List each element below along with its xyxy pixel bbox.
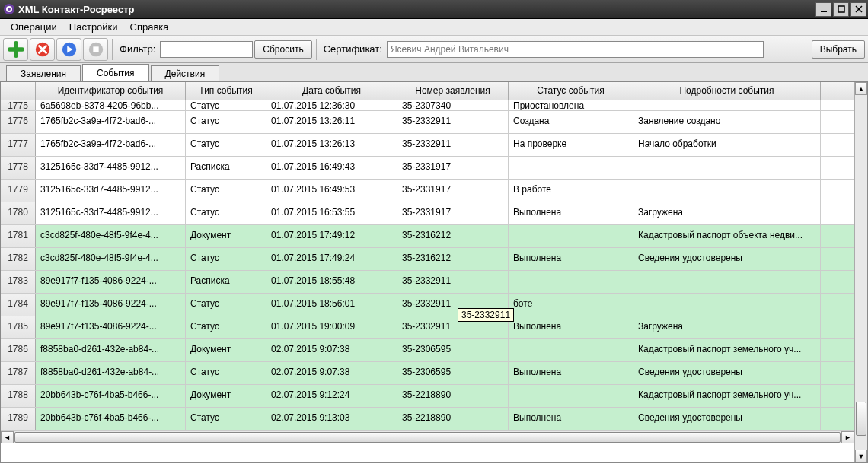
- cell-type: Статус: [186, 180, 266, 202]
- cell-id: f8858ba0-d261-432e-ab84-...: [36, 339, 186, 361]
- cell-type: Статус: [186, 362, 266, 384]
- toolbar-divider: [112, 39, 113, 60]
- tab-events[interactable]: События: [82, 64, 149, 81]
- hscroll-left-icon[interactable]: ◄: [1, 431, 14, 443]
- cell-rownum: 1782: [1, 248, 36, 270]
- stop-button[interactable]: [83, 38, 108, 61]
- table-row[interactable]: 178489e917f7-f135-4086-9224-...Статус01.…: [1, 294, 854, 316]
- cell-id: 20bb643b-c76f-4ba5-b466-...: [36, 385, 186, 407]
- col-header-status[interactable]: Статус события: [509, 82, 633, 100]
- cell-status: [509, 271, 633, 293]
- col-header-detail[interactable]: Подробности события: [633, 82, 821, 100]
- cell-rownum: 1781: [1, 225, 36, 247]
- table-row[interactable]: 1781c3cd825f-480e-48f5-9f4e-4...Документ…: [1, 225, 854, 248]
- cell-appno: 35-2331917: [397, 202, 509, 224]
- horizontal-scrollbar[interactable]: ◄ ►: [1, 431, 854, 443]
- cell-detail: [633, 157, 821, 179]
- menu-operations[interactable]: Операции: [5, 20, 63, 34]
- delete-button[interactable]: [30, 38, 55, 61]
- cell-date: 01.07.2015 16:53:55: [266, 202, 397, 224]
- cell-appno: 35-2332911: [397, 111, 509, 133]
- cell-rownum: 1783: [1, 271, 36, 293]
- menu-help[interactable]: Справка: [124, 20, 175, 34]
- table-row[interactable]: 17783125165c-33d7-4485-9912...Расписка01…: [1, 157, 854, 180]
- table-row[interactable]: 178820bb643b-c76f-4ba5-b466-...Документ0…: [1, 385, 854, 408]
- vscroll-up-icon[interactable]: ▲: [855, 82, 867, 95]
- reset-button[interactable]: Сбросить: [254, 40, 311, 59]
- table-row[interactable]: 17793125165c-33d7-4485-9912...Статус01.0…: [1, 180, 854, 202]
- svg-rect-4: [838, 6, 844, 12]
- col-header-type[interactable]: Тип события: [186, 82, 266, 100]
- hscroll-thumb[interactable]: [14, 432, 841, 443]
- col-header-rownum[interactable]: [1, 82, 36, 100]
- choose-button[interactable]: Выбрать: [812, 40, 865, 59]
- filter-label: Фильтр:: [120, 43, 155, 55]
- cell-status: На проверке: [509, 134, 633, 156]
- cell-appno: 35-2218890: [397, 385, 509, 407]
- cell-status: Выполнена: [509, 408, 633, 430]
- events-grid: Идентификатор события Тип события Дата с…: [0, 81, 868, 463]
- cell-detail: Сведения удостоверены: [633, 408, 821, 430]
- col-header-id[interactable]: Идентификатор события: [36, 82, 186, 100]
- svg-rect-3: [821, 11, 827, 12]
- vscroll-down-icon[interactable]: ▼: [855, 450, 867, 462]
- cell-status: [509, 225, 633, 247]
- cell-appno: 35-2331917: [397, 180, 509, 202]
- tabstrip: Заявления События Действия: [0, 63, 868, 81]
- cell-appno: 35-2316212: [397, 225, 509, 247]
- filter-input[interactable]: [160, 41, 253, 58]
- cell-status: Выполнена: [509, 202, 633, 224]
- hscroll-right-icon[interactable]: ►: [841, 431, 854, 443]
- table-row[interactable]: 1787f8858ba0-d261-432e-ab84-...Статус02.…: [1, 362, 854, 385]
- cell-appno: 35-2332911: [397, 271, 509, 293]
- cell-id: 1765fb2c-3a9a-4f72-bad6-...: [36, 111, 186, 133]
- cell-date: 02.07.2015 9:07:38: [266, 362, 397, 384]
- table-row[interactable]: 17803125165c-33d7-4485-9912...Статус01.0…: [1, 202, 854, 225]
- cell-appno: 35-2307340: [397, 100, 509, 110]
- table-row[interactable]: 17756a5698eb-8378-4205-96bb...Статус01.0…: [1, 100, 854, 111]
- col-header-date[interactable]: Дата события: [266, 82, 397, 100]
- cell-rownum: 1779: [1, 180, 36, 202]
- table-row[interactable]: 17771765fb2c-3a9a-4f72-bad6-...Статус01.…: [1, 134, 854, 157]
- cell-status: [509, 157, 633, 179]
- table-row[interactable]: 178589e917f7-f135-4086-9224-...Статус01.…: [1, 316, 854, 339]
- table-row[interactable]: 17761765fb2c-3a9a-4f72-bad6-...Статус01.…: [1, 111, 854, 134]
- cell-detail: Загружена: [633, 316, 821, 338]
- cell-date: 02.07.2015 9:07:38: [266, 339, 397, 361]
- menu-settings[interactable]: Настройки: [63, 20, 124, 34]
- tab-applications[interactable]: Заявления: [6, 65, 81, 81]
- minimize-button[interactable]: [815, 2, 831, 17]
- tab-actions[interactable]: Действия: [151, 65, 220, 81]
- table-row[interactable]: 178920bb643b-c76f-4ba5-b466-...Статус02.…: [1, 408, 854, 431]
- cell-type: Статус: [186, 111, 266, 133]
- cert-input[interactable]: [387, 41, 764, 58]
- cell-detail: [633, 271, 821, 293]
- titlebar: XML Контакт-Росреестр: [0, 0, 868, 19]
- cell-id: 20bb643b-c76f-4ba5-b466-...: [36, 408, 186, 430]
- cell-status: Приостановлена: [509, 100, 633, 110]
- cell-id: f8858ba0-d261-432e-ab84-...: [36, 362, 186, 384]
- col-header-appno[interactable]: Номер заявления: [397, 82, 509, 100]
- cell-detail: Начало обработки: [633, 134, 821, 156]
- cell-id: 1765fb2c-3a9a-4f72-bad6-...: [36, 134, 186, 156]
- cell-type: Статус: [186, 134, 266, 156]
- cell-status: [509, 339, 633, 361]
- cell-date: 01.07.2015 17:49:24: [266, 248, 397, 270]
- cell-type: Документ: [186, 385, 266, 407]
- table-row[interactable]: 178389e917f7-f135-4086-9224-...Расписка0…: [1, 271, 854, 294]
- close-button[interactable]: [850, 2, 866, 17]
- maximize-button[interactable]: [833, 2, 849, 17]
- cell-rownum: 1786: [1, 339, 36, 361]
- cell-date: 01.07.2015 19:00:09: [266, 316, 397, 338]
- add-button[interactable]: [3, 38, 28, 61]
- table-row[interactable]: 1786f8858ba0-d261-432e-ab84-...Документ0…: [1, 339, 854, 362]
- cell-status: Создана: [509, 111, 633, 133]
- cell-appno: 35-2218890: [397, 408, 509, 430]
- vertical-scrollbar[interactable]: ▲ ▼: [854, 82, 867, 462]
- play-button[interactable]: [56, 38, 81, 61]
- cell-appno: 35-2316212: [397, 248, 509, 270]
- table-row[interactable]: 1782c3cd825f-480e-48f5-9f4e-4...Статус01…: [1, 248, 854, 271]
- vscroll-thumb[interactable]: [856, 402, 866, 436]
- app-icon: [3, 3, 15, 15]
- cell-rownum: 1776: [1, 111, 36, 133]
